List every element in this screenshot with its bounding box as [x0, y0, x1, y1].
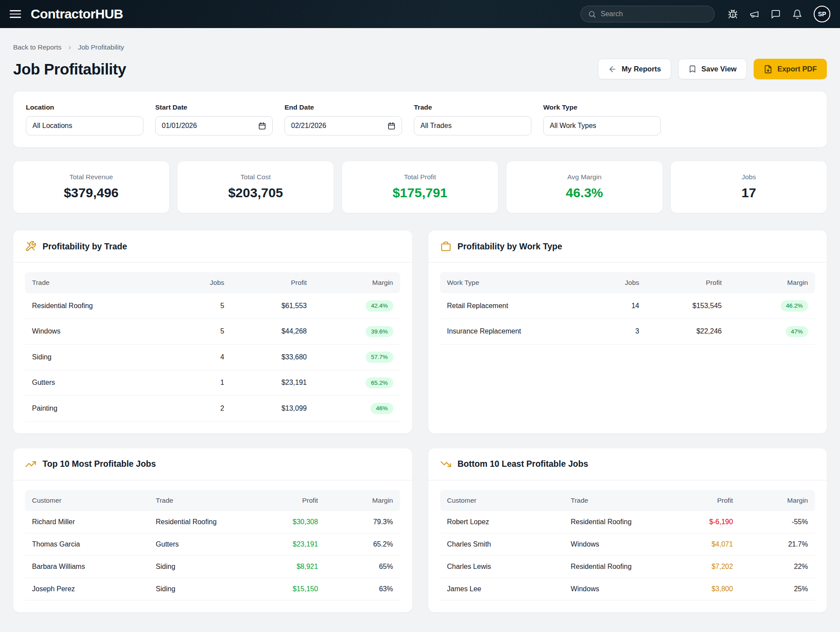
- profit-amount: $23,191: [293, 540, 318, 548]
- kpi-card: Jobs 17: [671, 161, 827, 213]
- header-actions: My Reports Save View Export PDF: [598, 59, 827, 79]
- save-view-button[interactable]: Save View: [678, 59, 747, 79]
- megaphone-icon[interactable]: [749, 9, 759, 19]
- search-icon: [588, 10, 596, 18]
- kpi-label: Total Revenue: [18, 173, 165, 181]
- jobs-count: 2: [194, 396, 231, 422]
- margin-value: 22%: [740, 555, 815, 578]
- table-row: Robert Lopez Residential Roofing $-6,190…: [440, 511, 815, 533]
- bug-icon[interactable]: [728, 9, 738, 19]
- profit-amount: $8,921: [296, 563, 318, 570]
- margin-badge: 47%: [786, 326, 808, 337]
- profit-value: $23,191: [250, 533, 325, 555]
- margin-cell: 47%: [729, 319, 815, 344]
- customer-name: Richard Miller: [25, 511, 149, 533]
- table-row: Insurance Replacement 3 $22,246 47%: [440, 319, 815, 344]
- location-select[interactable]: All Locations: [26, 116, 143, 135]
- customer-name: Robert Lopez: [440, 511, 564, 533]
- filter-trade: Trade All Trades: [414, 103, 531, 135]
- end-date-value: 02/21/2026: [291, 122, 326, 130]
- bell-icon[interactable]: [792, 9, 802, 19]
- filter-start-date: Start Date 01/01/2026: [155, 103, 273, 135]
- customer-name: Barbara Williams: [25, 555, 149, 578]
- margin-badge: 39.6%: [366, 326, 393, 337]
- work-type-value: All Work Types: [550, 122, 596, 130]
- col-trade: Trade: [25, 272, 194, 293]
- breadcrumb-chevron-icon: ›: [68, 43, 71, 52]
- kpi-value: $175,791: [346, 185, 494, 200]
- margin-badge: 42.4%: [366, 300, 393, 312]
- calendar-icon[interactable]: [258, 122, 266, 130]
- section-row-2: Top 10 Most Profitable Jobs Customer Tra…: [13, 448, 827, 612]
- jobs-count: 5: [194, 319, 231, 344]
- start-date-input[interactable]: 01/01/2026: [155, 116, 273, 135]
- trade-name: Windows: [25, 319, 194, 344]
- profit-value: $44,268: [231, 319, 314, 344]
- card-header: Bottom 10 Least Profitable Jobs: [428, 448, 827, 480]
- profit-value: $-6,190: [665, 511, 740, 533]
- table-header-row: Customer Trade Profit Margin: [25, 490, 400, 511]
- jobs-count: 3: [609, 319, 646, 344]
- kpi-row: Total Revenue $379,496 Total Cost $203,7…: [13, 161, 827, 213]
- profit-value: $23,191: [231, 370, 314, 396]
- menu-icon[interactable]: [10, 8, 21, 20]
- profit-value: $61,553: [231, 293, 314, 319]
- tools-icon: [25, 241, 36, 252]
- profitability-by-trade-card: Profitability by Trade Trade Jobs Profit…: [13, 231, 412, 433]
- margin-value: -55%: [740, 511, 815, 533]
- my-reports-label: My Reports: [622, 65, 661, 73]
- table-header-row: Trade Jobs Profit Margin: [25, 272, 400, 293]
- search-input[interactable]: [601, 10, 707, 18]
- jobs-count: 4: [194, 344, 231, 370]
- kpi-card: Total Cost $203,705: [178, 161, 334, 213]
- card-header: Profitability by Work Type: [428, 231, 827, 263]
- kpi-label: Avg Margin: [511, 173, 658, 181]
- breadcrumb-current: Job Profitability: [78, 43, 124, 51]
- table-row: James Lee Windows $3,800 25%: [440, 578, 815, 600]
- export-pdf-button[interactable]: Export PDF: [754, 59, 827, 79]
- table-row: Richard Miller Residential Roofing $30,3…: [25, 511, 400, 533]
- table-row: Charles Lewis Residential Roofing $7,202…: [440, 555, 815, 578]
- card-title: Bottom 10 Least Profitable Jobs: [458, 459, 588, 469]
- card-body: Work Type Jobs Profit Margin Retail Repl…: [428, 263, 827, 356]
- work-type-select[interactable]: All Work Types: [543, 116, 661, 135]
- margin-cell: 42.4%: [314, 293, 400, 319]
- section-row-1: Profitability by Trade Trade Jobs Profit…: [13, 231, 827, 433]
- table-header-row: Customer Trade Profit Margin: [440, 490, 815, 511]
- location-label: Location: [26, 103, 143, 111]
- search-box[interactable]: [580, 6, 715, 22]
- breadcrumb-back-link[interactable]: Back to Reports: [13, 43, 61, 51]
- trade-value: All Trades: [420, 122, 452, 130]
- bookmark-icon: [688, 65, 697, 73]
- my-reports-button[interactable]: My Reports: [598, 59, 671, 79]
- trade-name: Residential Roofing: [25, 293, 194, 319]
- customer-name: James Lee: [440, 578, 564, 600]
- margin-cell: 46%: [314, 396, 400, 422]
- card-title: Profitability by Trade: [43, 241, 127, 252]
- jobs-count: 5: [194, 293, 231, 319]
- filter-end-date: End Date 02/21/2026: [285, 103, 402, 135]
- table-row: Gutters 1 $23,191 65.2%: [25, 370, 400, 396]
- margin-value: 65.2%: [325, 533, 400, 555]
- col-customer: Customer: [25, 490, 149, 511]
- col-profit: Profit: [646, 272, 729, 293]
- user-avatar[interactable]: SP: [814, 6, 830, 22]
- trade-select[interactable]: All Trades: [414, 116, 531, 135]
- col-margin: Margin: [729, 272, 815, 293]
- jobs-count: 14: [609, 293, 646, 319]
- app-logo: ContractorHUB: [31, 7, 123, 21]
- margin-value: 65%: [325, 555, 400, 578]
- profit-value: $4,071: [665, 533, 740, 555]
- customer-name: Thomas Garcia: [25, 533, 149, 555]
- calendar-icon[interactable]: [388, 122, 395, 130]
- breadcrumb: Back to Reports › Job Profitability: [13, 43, 827, 52]
- page-header: Job Profitability My Reports Save View E…: [13, 59, 827, 79]
- kpi-card: Total Profit $175,791: [342, 161, 498, 213]
- profit-value: $13,099: [231, 396, 314, 422]
- trending-up-icon: [25, 458, 36, 470]
- top-navbar: ContractorHUB SP: [0, 0, 840, 28]
- chat-icon[interactable]: [771, 9, 781, 19]
- end-date-input[interactable]: 02/21/2026: [285, 116, 402, 135]
- card-title: Top 10 Most Profitable Jobs: [43, 459, 156, 469]
- card-body: Customer Trade Profit Margin Robert Lope…: [428, 480, 827, 612]
